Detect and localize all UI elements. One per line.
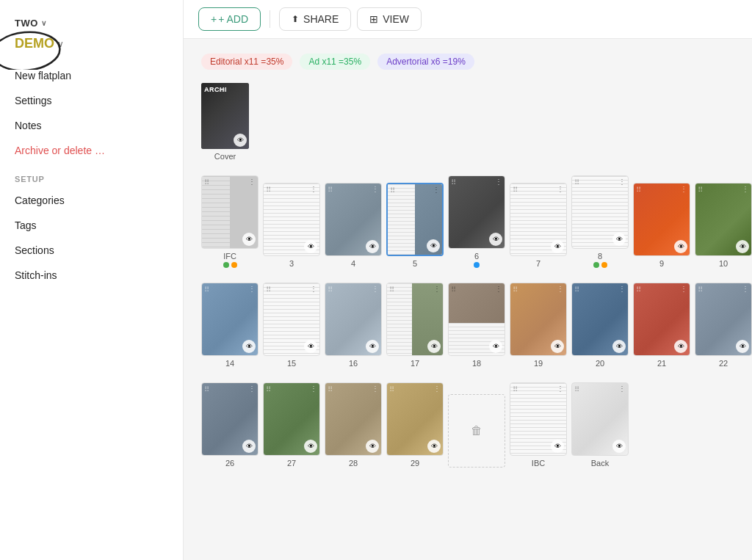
page-eye-icon-22[interactable]: 👁	[736, 340, 749, 353]
page-dots-icon-20[interactable]: ⋮	[618, 286, 626, 293]
page-eye-icon-cover[interactable]: 👁	[234, 134, 247, 147]
sidebar-item-archive-delete[interactable]: Archive or delete …	[6, 138, 177, 163]
page-handle-icon-19[interactable]: ⠿	[513, 286, 518, 294]
page-dots-icon-8[interactable]: ⋮	[618, 178, 626, 186]
page-thumb-3[interactable]: ⋮ ⠿ 👁	[263, 183, 320, 256]
page-thumb-5[interactable]: ⋮ ⠿ 👁	[386, 183, 444, 256]
page-handle-icon-28[interactable]: ⠿	[328, 385, 333, 393]
page-eye-icon-29[interactable]: 👁	[427, 440, 441, 453]
page-eye-icon-17[interactable]: 👁	[427, 340, 441, 353]
page-dots-icon-5[interactable]: ⋮	[433, 186, 440, 194]
page-eye-icon-ibc[interactable]: 👁	[551, 440, 564, 453]
page-handle-icon-8[interactable]: ⠿	[574, 178, 579, 186]
share-button[interactable]: ⬆ SHARE	[279, 7, 351, 31]
page-handle-icon-18[interactable]: ⠿	[451, 286, 456, 294]
sidebar-item-stitch-ins[interactable]: Stitch-ins	[6, 263, 177, 288]
page-dots-icon-19[interactable]: ⋮	[557, 286, 564, 293]
page-eye-icon-5[interactable]: 👁	[427, 239, 440, 252]
workspace-name[interactable]: TWO ∨	[15, 18, 168, 29]
page-eye-icon-15[interactable]: 👁	[304, 340, 317, 353]
page-thumb-16[interactable]: ⋮ ⠿ 👁	[325, 283, 382, 356]
page-handle-icon-27[interactable]: ⠿	[266, 385, 271, 393]
page-dots-icon-4[interactable]: ⋮	[372, 186, 379, 193]
page-handle-icon-7[interactable]: ⠿	[513, 186, 518, 194]
page-handle-icon-4[interactable]: ⠿	[328, 186, 333, 194]
page-eye-icon-7[interactable]: 👁	[551, 240, 564, 253]
page-handle-icon-14[interactable]: ⠿	[204, 286, 209, 294]
page-thumb-18[interactable]: ⋮ ⠿ 👁	[448, 283, 505, 356]
page-handle-icon-26[interactable]: ⠿	[204, 385, 209, 393]
page-eye-icon-18[interactable]: 👁	[489, 340, 502, 353]
page-thumb-cover[interactable]: ARCHI ARCHI 👁	[201, 83, 249, 149]
sidebar-item-notes[interactable]: Notes	[6, 113, 177, 138]
page-thumb-8[interactable]: ⋮ ⠿ 👁	[571, 175, 629, 249]
page-dots-icon-29[interactable]: ⋮	[433, 385, 441, 393]
page-handle-icon-22[interactable]: ⠿	[698, 286, 703, 294]
page-dots-icon-ifc[interactable]: ⋮	[248, 178, 256, 186]
page-handle-icon-16[interactable]: ⠿	[328, 286, 333, 294]
page-handle-icon-3[interactable]: ⠿	[266, 186, 271, 194]
page-eye-icon-26[interactable]: 👁	[242, 440, 256, 453]
page-dots-icon-9[interactable]: ⋮	[680, 186, 687, 193]
sidebar-item-tags[interactable]: Tags	[6, 213, 177, 238]
page-thumb-14[interactable]: ⋮ ⠿ 👁	[201, 283, 258, 356]
page-dots-icon-back[interactable]: ⋮	[618, 385, 626, 393]
page-eye-icon-19[interactable]: 👁	[551, 340, 564, 353]
page-handle-icon-ibc[interactable]: ⠿	[513, 385, 518, 393]
page-eye-icon-3[interactable]: 👁	[304, 240, 317, 253]
page-thumb-19[interactable]: ⋮ ⠿ 👁	[510, 283, 567, 356]
page-eye-icon-20[interactable]: 👁	[612, 340, 626, 353]
page-handle-icon-20[interactable]: ⠿	[574, 286, 579, 294]
page-thumb-ibc[interactable]: ⋮ ⠿ 👁	[510, 382, 567, 456]
page-dots-icon-27[interactable]: ⋮	[310, 385, 317, 393]
add-button[interactable]: + + ADD	[198, 7, 261, 31]
page-thumb-9[interactable]: ⋮ ⠿ 👁	[633, 183, 690, 256]
page-dots-icon-26[interactable]: ⋮	[248, 385, 256, 393]
page-handle-icon-21[interactable]: ⠿	[636, 286, 641, 294]
page-eye-icon-ifc[interactable]: 👁	[242, 233, 256, 246]
page-thumb-ifc[interactable]: ⋮ ⠿ 👁	[201, 175, 258, 249]
page-handle-icon-back[interactable]: ⠿	[574, 385, 579, 393]
page-thumb-17[interactable]: ⋮ ⠿ 👁	[386, 283, 444, 356]
page-thumb-20[interactable]: ⋮ ⠿ 👁	[571, 283, 629, 356]
page-dots-icon-18[interactable]: ⋮	[495, 286, 502, 293]
page-dots-icon-ibc[interactable]: ⋮	[557, 385, 564, 393]
page-eye-icon-6[interactable]: 👁	[489, 233, 502, 246]
page-dots-icon-22[interactable]: ⋮	[742, 286, 749, 293]
page-eye-icon-4[interactable]: 👁	[366, 240, 379, 253]
page-handle-icon-29[interactable]: ⠿	[389, 385, 394, 393]
page-handle-icon-10[interactable]: ⠿	[698, 186, 703, 194]
page-thumb-6[interactable]: ⋮ ⠿ 👁	[448, 175, 505, 249]
page-eye-icon-27[interactable]: 👁	[304, 440, 317, 453]
page-thumb-10[interactable]: ⋮ ⠿ 👁	[695, 183, 752, 256]
project-name-row[interactable]: DEMO ∨	[0, 32, 183, 63]
page-thumb-4[interactable]: ⋮ ⠿ 👁	[325, 183, 382, 256]
page-thumb-15[interactable]: ⋮ ⠿ 👁	[263, 283, 320, 356]
page-thumb-21[interactable]: ⋮ ⠿ 👁	[633, 283, 690, 356]
page-eye-icon-9[interactable]: 👁	[674, 240, 687, 253]
sidebar-item-categories[interactable]: Categories	[6, 188, 177, 213]
page-thumb-27[interactable]: ⋮ ⠿ 👁	[263, 382, 320, 456]
page-dots-icon-16[interactable]: ⋮	[372, 286, 379, 293]
page-thumb-7[interactable]: ⋮ ⠿ 👁	[510, 183, 567, 256]
page-handle-icon-6[interactable]: ⠿	[451, 178, 456, 186]
page-eye-icon-back[interactable]: 👁	[612, 440, 626, 453]
page-eye-icon-16[interactable]: 👁	[366, 340, 379, 353]
sidebar-item-settings[interactable]: Settings	[6, 88, 177, 113]
page-handle-icon-17[interactable]: ⠿	[389, 286, 394, 294]
page-thumb-26[interactable]: ⋮ ⠿ 👁	[201, 382, 258, 456]
page-dots-icon-17[interactable]: ⋮	[433, 286, 441, 293]
page-handle-icon-9[interactable]: ⠿	[636, 186, 641, 194]
page-dots-icon-28[interactable]: ⋮	[372, 385, 379, 393]
page-dots-icon-7[interactable]: ⋮	[557, 186, 564, 193]
sidebar-item-sections[interactable]: Sections	[6, 238, 177, 263]
page-eye-icon-14[interactable]: 👁	[242, 340, 256, 353]
page-dots-icon-6[interactable]: ⋮	[495, 178, 502, 186]
page-eye-icon-21[interactable]: 👁	[674, 340, 687, 353]
page-thumb-delete-mid[interactable]: 🗑	[448, 394, 505, 468]
page-dots-icon-15[interactable]: ⋮	[310, 286, 317, 293]
page-dots-icon-21[interactable]: ⋮	[680, 286, 687, 293]
page-thumb-28[interactable]: ⋮ ⠿ 👁	[325, 382, 382, 456]
view-button[interactable]: ⊞ VIEW	[357, 7, 422, 31]
page-dots-icon-10[interactable]: ⋮	[742, 186, 749, 193]
